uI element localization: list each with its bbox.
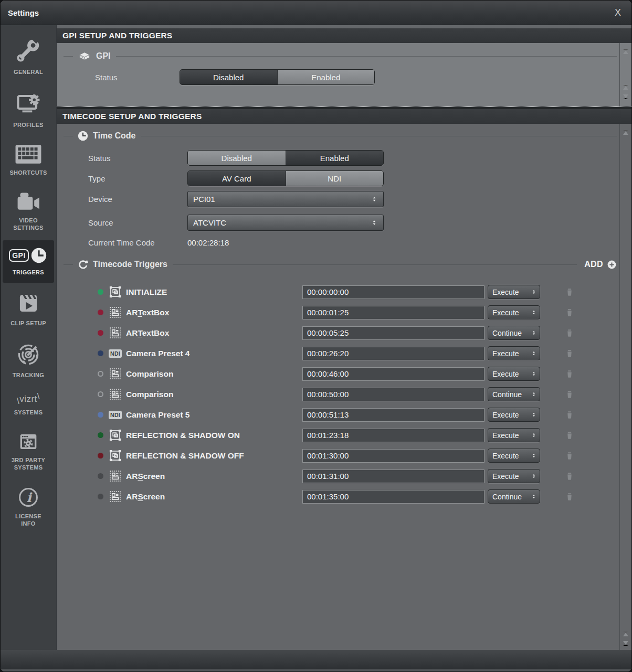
trigger-action-select[interactable]: Continue	[488, 326, 540, 340]
trigger-action-select[interactable]: Execute	[488, 408, 540, 422]
add-trigger-button[interactable]: ADD	[584, 260, 617, 270]
trigger-action-select[interactable]: Execute	[488, 305, 540, 319]
trash-icon[interactable]	[565, 471, 574, 482]
sidebar-item-license-info[interactable]: i LICENSE INFO	[3, 480, 54, 534]
trigger-status-dot	[98, 494, 103, 499]
trash-icon[interactable]	[565, 348, 574, 359]
tc-type-avcard-button[interactable]: AV Card	[188, 171, 286, 186]
trigger-type-icon	[108, 326, 122, 340]
source-select[interactable]: ATCVITC	[187, 215, 384, 231]
trash-icon[interactable]	[565, 430, 574, 441]
settings-window: Settings X GENERAL	[0, 0, 632, 672]
trigger-status-dot	[98, 310, 103, 315]
trigger-type-icon	[108, 305, 122, 319]
tc-current-row: Current Time Code 00:02:28:18	[57, 238, 631, 247]
trash-icon[interactable]	[565, 451, 574, 461]
scroll-down-icon[interactable]	[623, 94, 628, 99]
trigger-timecode-input[interactable]	[302, 367, 484, 381]
trigger-timecode-input[interactable]	[302, 408, 484, 422]
trigger-action-select[interactable]: Execute	[488, 367, 540, 381]
trigger-timecode-input[interactable]	[302, 490, 484, 504]
sidebar-item-shortcuts[interactable]: SHORTCUTS	[3, 137, 54, 183]
trigger-action-select[interactable]: Execute	[488, 285, 540, 299]
trigger-timecode-input[interactable]	[302, 388, 484, 401]
trigger-type-icon	[108, 489, 122, 504]
svg-text:i: i	[26, 490, 33, 505]
trigger-timecode-input[interactable]	[302, 306, 484, 319]
trash-icon[interactable]	[565, 410, 574, 420]
trigger-status-dot	[98, 453, 103, 458]
scroll-down-icon[interactable]	[623, 641, 628, 646]
spinner-arrows-icon	[531, 349, 537, 357]
spinner-arrows-icon	[531, 390, 537, 398]
sidebar: GENERAL PROFILES	[1, 25, 57, 650]
tc-type-ndi-button[interactable]: NDI	[286, 171, 384, 186]
trigger-timecode-input[interactable]	[302, 429, 484, 442]
gpi-section-title-row: GPI	[64, 49, 617, 63]
trigger-type-icon: NDI	[108, 346, 122, 360]
trigger-status-dot	[98, 412, 103, 418]
sidebar-item-gpi-triggers[interactable]: GPI TRIGGERS	[3, 240, 54, 283]
tc-status-row: Status Disabled Enabled	[57, 150, 631, 166]
trigger-timecode-input[interactable]	[302, 326, 484, 340]
scroll-up-icon[interactable]	[623, 49, 628, 54]
bottom-bar	[1, 650, 631, 671]
trigger-name: REFLECTION & SHADOW OFF	[126, 451, 302, 461]
trigger-timecode-input[interactable]	[302, 470, 484, 483]
sidebar-item-video-settings[interactable]: VIDEO SETTINGS	[3, 185, 54, 238]
sidebar-item-general[interactable]: GENERAL	[3, 30, 54, 82]
ndi-badge-icon: NDI	[109, 411, 122, 419]
trigger-action-select[interactable]: Execute	[488, 449, 540, 463]
spinner-arrows-icon	[531, 431, 537, 439]
trash-icon[interactable]	[565, 369, 574, 379]
trigger-action-select[interactable]: Continue	[488, 387, 540, 401]
trigger-name: ARTextBox	[126, 308, 302, 317]
trash-icon[interactable]	[565, 307, 574, 318]
timecode-scroll-column	[619, 124, 631, 650]
close-button[interactable]: X	[612, 7, 624, 18]
trash-icon[interactable]	[565, 389, 574, 400]
scroll-up-icon[interactable]	[623, 85, 628, 90]
trigger-name: Camera Preset 5	[126, 410, 302, 420]
trigger-action-select[interactable]: Execute	[488, 469, 540, 483]
trigger-action-select[interactable]: Execute	[488, 346, 540, 360]
trash-icon[interactable]	[565, 492, 574, 502]
scroll-up-icon[interactable]	[623, 130, 628, 135]
scroll-up-icon[interactable]	[623, 632, 628, 636]
tc-status-label: Status	[88, 154, 187, 163]
trigger-timecode-input[interactable]	[302, 449, 484, 463]
sidebar-item-profiles[interactable]: PROFILES	[3, 84, 54, 135]
window-title: Settings	[8, 8, 39, 17]
trigger-type-icon	[108, 285, 122, 299]
gpi-status-disabled-button[interactable]: Disabled	[180, 70, 277, 84]
tc-source-row: Source ATCVITC	[57, 215, 631, 231]
tc-status-disabled-button[interactable]: Disabled	[188, 151, 286, 165]
sidebar-item-systems[interactable]: \vizrt\ SYSTEMS	[3, 388, 54, 423]
spinner-arrows-icon	[531, 288, 537, 296]
gpi-status-enabled-button[interactable]: Enabled	[277, 70, 375, 84]
sidebar-item-3rd-party-systems[interactable]: 3RD PARTY SYSTEMS	[3, 425, 54, 478]
sidebar-item-clip-setup[interactable]: CLIP SETUP	[3, 285, 54, 334]
trash-icon[interactable]	[565, 328, 574, 338]
sidebar-item-tracking[interactable]: TRACKING	[3, 336, 54, 386]
trigger-type-icon	[108, 428, 122, 442]
trash-icon[interactable]	[565, 287, 574, 297]
wrench-icon	[15, 37, 42, 64]
trigger-name: ARScreen	[126, 492, 302, 502]
trigger-action-select[interactable]: Continue	[488, 489, 540, 504]
trigger-action-select[interactable]: Execute	[488, 428, 540, 442]
template-icon	[108, 489, 122, 504]
template-icon	[108, 326, 122, 340]
template-icon	[108, 305, 122, 319]
tc-type-toggle: AV Card NDI	[187, 170, 384, 186]
tc-status-enabled-button[interactable]: Enabled	[286, 151, 384, 165]
trigger-timecode-input[interactable]	[302, 285, 484, 299]
trigger-timecode-input[interactable]	[302, 347, 484, 360]
device-select[interactable]: PCI01	[187, 191, 384, 207]
gpi-panel-header: GPI SETUP AND TRIGGERS	[57, 28, 631, 43]
trigger-status-dot	[98, 391, 103, 397]
gpi-status-label: Status	[95, 73, 180, 82]
ndi-badge-icon: NDI	[109, 349, 122, 358]
timecode-panel-header: TIMECODE SETUP AND TRIGGERS	[57, 109, 631, 124]
trigger-name: Comparison	[126, 390, 302, 399]
